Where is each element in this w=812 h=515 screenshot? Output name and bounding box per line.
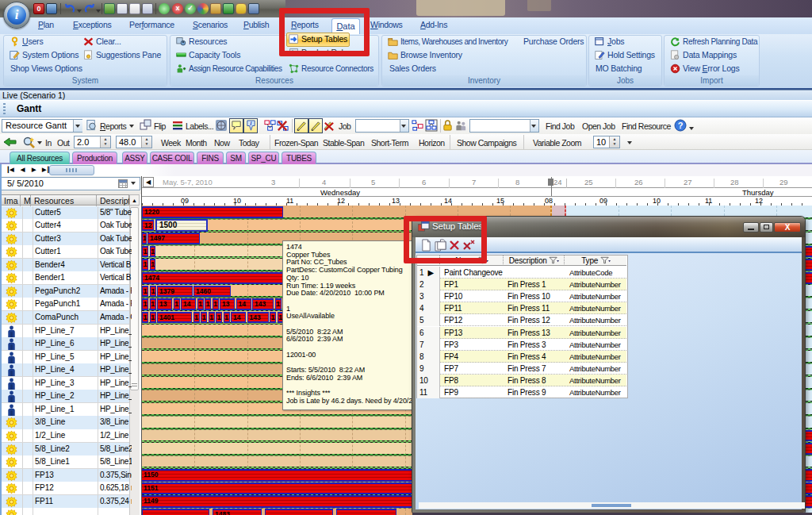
- svg-text:?: ?: [678, 121, 684, 130]
- svg-text:i: i: [251, 121, 252, 126]
